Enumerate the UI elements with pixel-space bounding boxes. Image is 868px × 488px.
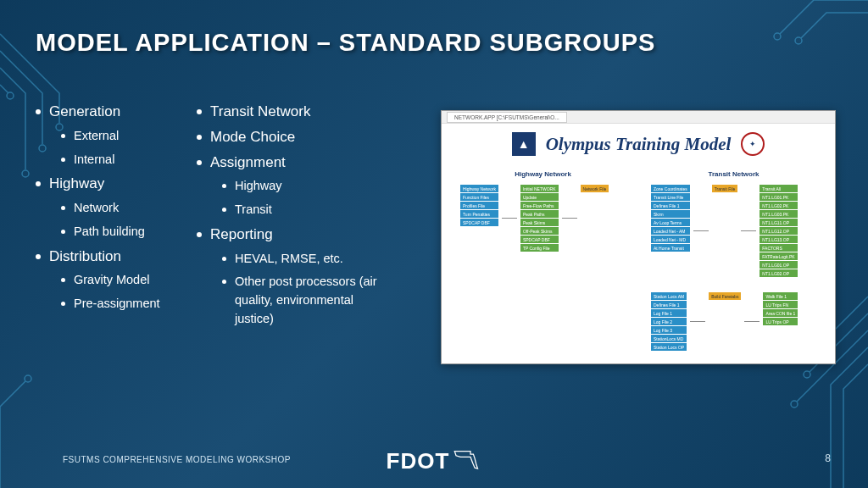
florida-outline-icon	[453, 448, 481, 470]
bullet-level-1: Reporting	[197, 225, 392, 245]
flowchart-block: SPDCAP DBF	[460, 219, 498, 226]
svg-point-8	[774, 33, 781, 40]
highway-heading: Highway Network	[460, 170, 626, 178]
svg-point-5	[804, 371, 810, 378]
trn-right-stack: Transit AllNT1.LG01.PKNT1.LG02.PKNT1.LG0…	[760, 185, 797, 277]
flowchart-block: Station Locs AM	[651, 292, 687, 300]
flowchart-block: NT1.LG03.PK	[760, 210, 797, 218]
flowchart-block: Transit All	[760, 185, 797, 192]
column-1: GenerationExternalInternalHighwayNetwork…	[36, 102, 180, 334]
svg-point-6	[791, 401, 798, 408]
flowchart-block: NT1.LG11.OP	[760, 219, 797, 226]
bullet-content: GenerationExternalInternalHighwayNetwork…	[36, 102, 392, 334]
transit-heading: Transit Network	[651, 170, 816, 178]
app-title: Olympus Training Model	[546, 134, 732, 155]
flowchart-block: Highway Network	[460, 185, 498, 192]
flowchart-block: Off-Peak Skims	[520, 227, 559, 235]
flowchart-block: Log File 3	[651, 326, 687, 334]
flowchart-block: At Home Transit	[651, 244, 690, 252]
flowchart-block: Area CON file 1	[763, 309, 798, 317]
flowchart-block: LU Trips OP	[763, 318, 798, 325]
bullet-level-2: Path building	[61, 223, 180, 241]
bottom-output-block: Build Faretabs	[709, 292, 741, 300]
flowchart-block: Transit Line File	[651, 193, 690, 201]
flowchart-block: NT1.LG12.OP	[760, 227, 797, 235]
flowchart-block: Station Locs OP	[651, 343, 687, 351]
flowchart-block: Function Files	[460, 193, 498, 201]
bullet-level-1: Highway	[36, 174, 180, 194]
bullet-level-1: Transit Network	[197, 102, 392, 122]
flowchart-block: Log File 1	[651, 309, 687, 317]
flowchart-block: Loaded Net - AM	[651, 227, 690, 235]
flowchart-block: Peak Skims	[520, 219, 559, 226]
app-body: ▲ Olympus Training Model ✦ Highway Netwo…	[442, 124, 835, 363]
slide-title: MODEL APPLICATION – STANDARD SUBGROUPS	[36, 29, 655, 57]
hwy-mid-stack: Initial NETWORKUpdateFree-Flow PathsPeak…	[520, 185, 559, 252]
flowchart-block: Log File 2	[651, 318, 687, 325]
flowchart-block: NT1.LG13.OP	[760, 236, 797, 243]
bottom-blue-stack: Station Locs AMDefines File 1Log File 1L…	[651, 292, 687, 351]
footer-text: FSUTMS COMPREHENSIVE MODELING WORKSHOP	[63, 455, 291, 464]
flowchart-block: Zone Coordinates	[651, 185, 690, 192]
hwy-output-block: Network File	[581, 185, 609, 192]
flowchart-block: NT1.LG02.PK	[760, 202, 797, 209]
bullet-level-2: Gravity Model	[61, 271, 180, 290]
flowchart-block: StationLocs MD	[651, 335, 687, 342]
flowchart-block: Av Loop Terms	[651, 219, 690, 226]
column-2: Transit NetworkMode ChoiceAssignmentHigh…	[197, 102, 392, 334]
flowchart-block: Walk File 1	[763, 292, 798, 300]
fdot-logo-text: FDOT	[387, 448, 450, 474]
bullet-level-2: Other post processors (air quality, envi…	[222, 273, 392, 328]
flowchart-block: Profiles File	[460, 202, 498, 209]
flowchart-block: Free-Flow Paths	[520, 202, 559, 209]
fsutms-logo-icon: ▲	[512, 132, 536, 156]
bullet-level-1: Generation	[36, 102, 180, 122]
fdot-logo: FDOT	[387, 448, 482, 474]
embedded-screenshot: NETWORK.APP [C:\FSUTMS\General\O... ▲ Ol…	[441, 110, 836, 364]
flowchart-block: Update	[520, 193, 559, 201]
flowchart-block: NT1.LG01.OP	[760, 261, 797, 269]
bullet-level-2: Network	[61, 199, 180, 218]
flowchart-block: LU Trips FN	[763, 301, 798, 308]
flowchart-block: Defines File 1	[651, 301, 687, 308]
flowchart-block: FACTORS	[760, 244, 797, 252]
bullet-level-2: Highway	[222, 177, 392, 196]
bullet-level-2: Pre-assignment	[61, 295, 180, 313]
svg-point-0	[22, 170, 29, 177]
flowchart-block: NT1.LG01.PK	[760, 193, 797, 201]
hwy-left-stack: Highway NetworkFunction FilesProfiles Fi…	[460, 185, 498, 226]
bullet-level-2: External	[61, 127, 180, 146]
bullet-level-1: Distribution	[36, 247, 180, 267]
flowchart-block: Skrm	[651, 210, 690, 218]
transit-network-section: Transit Network Zone CoordinatesTransit …	[651, 170, 816, 351]
flowchart-block: SPDCAP DBF	[520, 236, 559, 243]
flowchart-block: Defines File 1	[651, 202, 690, 209]
bullet-level-2: HEVAL, RMSE, etc.	[222, 250, 392, 269]
bullet-level-1: Assignment	[197, 152, 392, 173]
window-titlebar: NETWORK.APP [C:\FSUTMS\General\O...	[442, 111, 835, 124]
window-tab: NETWORK.APP [C:\FSUTMS\General\O...	[447, 112, 567, 123]
flowchart-block: Initial NETWORK	[520, 185, 559, 192]
flowchart-block: NT1.LG02.OP	[760, 269, 797, 277]
trn-left-stack: Zone CoordinatesTransit Line FileDefines…	[651, 185, 690, 252]
fdot-seal-icon: ✦	[741, 132, 765, 156]
svg-point-3	[7, 92, 14, 99]
highway-network-section: Highway Network Highway NetworkFunction …	[460, 170, 626, 351]
bottom-green-stack: Walk File 1LU Trips FNArea CON file 1LU …	[763, 292, 798, 325]
bullet-level-2: Transit	[222, 201, 392, 219]
svg-point-7	[25, 375, 31, 382]
page-number: 8	[825, 452, 831, 464]
svg-point-9	[795, 37, 802, 44]
flowchart-block: Loaded Net - MD	[651, 236, 690, 243]
flowchart-diagram: Highway Network Highway NetworkFunction …	[453, 166, 823, 355]
bullet-level-1: Mode Choice	[197, 127, 392, 147]
flowchart-block: Turn Penalties	[460, 210, 498, 218]
flowchart-block: FATRateLogit.PK	[760, 252, 797, 260]
app-header: ▲ Olympus Training Model ✦	[453, 132, 823, 156]
flowchart-block: TP Config File	[520, 244, 559, 252]
bullet-level-2: Internal	[61, 151, 180, 169]
trn-output-block: Transit File	[712, 185, 738, 192]
flowchart-block: Peak Paths	[520, 210, 559, 218]
